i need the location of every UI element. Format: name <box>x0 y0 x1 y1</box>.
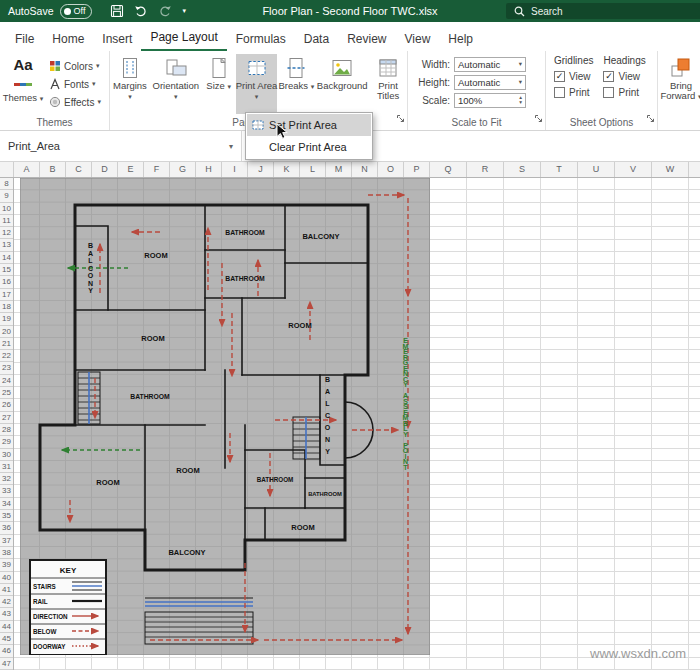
checkbox-icon[interactable] <box>554 87 565 98</box>
row-header-40[interactable]: 40 <box>0 572 13 584</box>
checkbox-icon[interactable] <box>603 87 614 98</box>
tab-review[interactable]: Review <box>338 26 395 51</box>
bring-forward-button[interactable]: Bring Forward ▾ <box>658 54 700 114</box>
search-box[interactable]: Search <box>506 3 700 19</box>
headings-print-checkbox[interactable]: Print <box>603 85 645 99</box>
column-header-I[interactable]: I <box>222 162 248 177</box>
row-header-37[interactable]: 37 <box>0 535 13 547</box>
column-header-D[interactable]: D <box>92 162 118 177</box>
row-header-38[interactable]: 38 <box>0 547 13 559</box>
column-header-O[interactable]: O <box>378 162 404 177</box>
row-header-23[interactable]: 23 <box>0 362 13 374</box>
row-header-15[interactable]: 15 <box>0 264 13 276</box>
column-header-T[interactable]: T <box>541 162 578 177</box>
row-header-32[interactable]: 32 <box>0 473 13 485</box>
row-header-22[interactable]: 22 <box>0 350 13 362</box>
row-header-36[interactable]: 36 <box>0 522 13 534</box>
sheet-options-dialog-launcher[interactable] <box>646 109 655 127</box>
row-header-17[interactable]: 17 <box>0 289 13 301</box>
row-header-35[interactable]: 35 <box>0 510 13 522</box>
column-header-G[interactable]: G <box>170 162 196 177</box>
page-setup-dialog-launcher[interactable] <box>396 109 405 127</box>
column-header-P[interactable]: P <box>404 162 430 177</box>
tab-home[interactable]: Home <box>43 26 93 51</box>
undo-icon[interactable] <box>134 4 148 18</box>
row-header-31[interactable]: 31 <box>0 461 13 473</box>
column-header-A[interactable]: A <box>14 162 40 177</box>
save-icon[interactable] <box>110 4 124 18</box>
background-button[interactable]: Background <box>315 54 369 114</box>
tab-help[interactable]: Help <box>439 26 482 51</box>
column-header-E[interactable]: E <box>118 162 144 177</box>
print-area-button[interactable]: Print Area ▾ <box>236 54 278 114</box>
row-header-43[interactable]: 43 <box>0 608 13 620</box>
row-header-30[interactable]: 30 <box>0 449 13 461</box>
row-header-16[interactable]: 16 <box>0 276 13 288</box>
effects-button[interactable]: Effects ▾ <box>46 94 104 110</box>
row-header-20[interactable]: 20 <box>0 326 13 338</box>
scale-to-fit-dialog-launcher[interactable] <box>534 109 543 127</box>
print-titles-button[interactable]: Print Titles <box>369 54 407 114</box>
row-header-19[interactable]: 19 <box>0 313 13 325</box>
column-header-K[interactable]: K <box>274 162 300 177</box>
row-header-39[interactable]: 39 <box>0 559 13 571</box>
orientation-button[interactable]: Orientation ▾ <box>150 54 202 114</box>
size-button[interactable]: Size ▾ <box>202 54 236 114</box>
column-header-F[interactable]: F <box>144 162 170 177</box>
spinner-icon[interactable]: ▴▾ <box>519 95 522 105</box>
tab-page-layout[interactable]: Page Layout <box>141 24 226 51</box>
themes-button[interactable]: Aa Themes ▾ <box>0 54 46 114</box>
row-header-12[interactable]: 12 <box>0 227 13 239</box>
row-header-41[interactable]: 41 <box>0 584 13 596</box>
row-header-42[interactable]: 42 <box>0 596 13 608</box>
row-header-25[interactable]: 25 <box>0 387 13 399</box>
row-header-44[interactable]: 44 <box>0 621 13 633</box>
row-header-8[interactable]: 8 <box>0 178 13 190</box>
autosave-toggle[interactable]: Off <box>60 4 93 19</box>
row-header-10[interactable]: 10 <box>0 203 13 215</box>
column-header-H[interactable]: H <box>196 162 222 177</box>
margins-button[interactable]: Margins ▾ <box>110 54 150 114</box>
checkbox-icon[interactable]: ✓ <box>554 71 565 82</box>
column-header-M[interactable]: M <box>326 162 352 177</box>
chevron-down-icon[interactable]: ▾ <box>229 142 233 151</box>
colors-button[interactable]: Colors ▾ <box>46 58 104 74</box>
column-header-U[interactable]: U <box>578 162 615 177</box>
height-select[interactable]: Automatic ▾ <box>454 75 526 90</box>
floorplan-image[interactable]: ROOM BATHROOM BATHROOM BALCONY ROOM ROOM… <box>20 178 430 655</box>
tab-formulas[interactable]: Formulas <box>227 26 295 51</box>
column-header-W[interactable]: W <box>652 162 689 177</box>
row-header-14[interactable]: 14 <box>0 252 13 264</box>
menu-item-clear-print-area[interactable]: Clear Print Area <box>247 136 371 158</box>
column-header-C[interactable]: C <box>66 162 92 177</box>
scale-stepper[interactable]: 100% ▴▾ <box>454 93 526 108</box>
tab-insert[interactable]: Insert <box>93 26 141 51</box>
column-header-L[interactable]: L <box>300 162 326 177</box>
select-all-corner[interactable] <box>0 162 14 177</box>
gridlines-print-checkbox[interactable]: Print <box>554 85 593 99</box>
row-header-11[interactable]: 11 <box>0 215 13 227</box>
row-header-47[interactable]: 47 <box>0 658 13 670</box>
menu-item-set-print-area[interactable]: Set Print Area <box>247 114 371 136</box>
fonts-button[interactable]: Fonts ▾ <box>46 76 104 92</box>
tab-file[interactable]: File <box>6 26 43 51</box>
tab-view[interactable]: View <box>396 26 440 51</box>
row-header-34[interactable]: 34 <box>0 498 13 510</box>
row-header-29[interactable]: 29 <box>0 436 13 448</box>
row-header-46[interactable]: 46 <box>0 645 13 657</box>
row-header-27[interactable]: 27 <box>0 412 13 424</box>
column-header-J[interactable]: J <box>248 162 274 177</box>
column-header-V[interactable]: V <box>615 162 652 177</box>
row-header-9[interactable]: 9 <box>0 190 13 202</box>
checkbox-icon[interactable]: ✓ <box>603 71 614 82</box>
column-header-S[interactable]: S <box>504 162 541 177</box>
column-header-Q[interactable]: Q <box>430 162 467 177</box>
column-header-B[interactable]: B <box>40 162 66 177</box>
row-header-33[interactable]: 33 <box>0 485 13 497</box>
qat-customize-icon[interactable]: ▾ <box>182 7 186 15</box>
worksheet-grid[interactable]: 8910111213141516171819202122232425262728… <box>0 178 700 670</box>
name-box[interactable]: Print_Area ▾ <box>0 131 242 161</box>
redo-icon[interactable] <box>158 4 172 18</box>
row-header-18[interactable]: 18 <box>0 301 13 313</box>
column-header-N[interactable]: N <box>352 162 378 177</box>
